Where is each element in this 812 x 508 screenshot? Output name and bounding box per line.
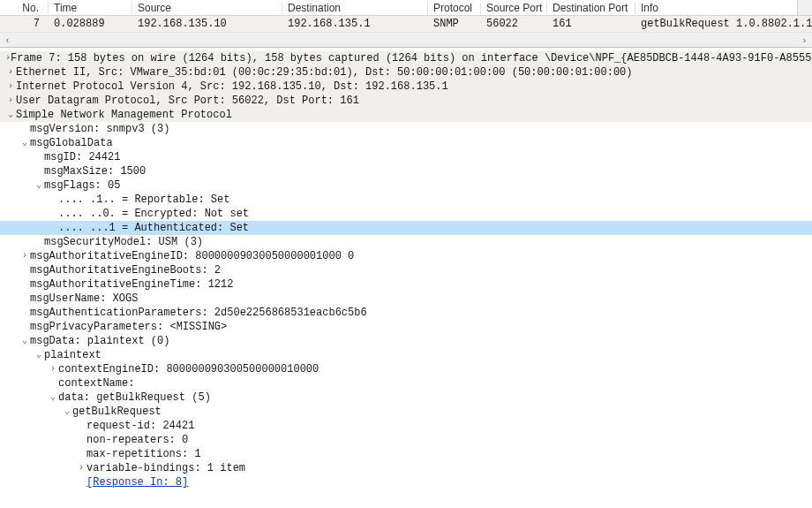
tree-label: getBulkRequest bbox=[72, 405, 162, 419]
tree-row-ip[interactable]: › Internet Protocol Version 4, Src: 192.… bbox=[0, 80, 812, 94]
tree-row-privparams[interactable]: msgPrivacyParameters: <MISSING> bbox=[0, 320, 812, 334]
tree-label: msgFlags: 05 bbox=[44, 178, 120, 193]
tree-label: plaintext bbox=[44, 348, 102, 362]
tree-label: msgMaxSize: 1500 bbox=[44, 164, 146, 178]
col-header-info[interactable]: Info bbox=[635, 2, 812, 14]
tree-label: User Datagram Protocol, Src Port: 56022,… bbox=[16, 94, 359, 108]
chevron-right-icon[interactable]: › bbox=[5, 80, 16, 94]
tree-label: .... ..0. = Encrypted: Not set bbox=[58, 207, 249, 221]
col-header-source-port[interactable]: Source Port bbox=[481, 2, 547, 14]
tree-row-msgsecmodel[interactable]: msgSecurityModel: USM (3) bbox=[0, 235, 812, 249]
tree-label: Ethernet II, Src: VMware_35:bd:01 (00:0c… bbox=[16, 65, 633, 80]
tree-label: Simple Network Management Protocol bbox=[16, 108, 232, 122]
tree-label: max-repetitions: 1 bbox=[86, 447, 201, 461]
tree-row-response-in[interactable]: [Response In: 8] bbox=[0, 475, 812, 489]
col-header-destination[interactable]: Destination bbox=[282, 2, 428, 14]
tree-label: msgAuthenticationParameters: 2d50e225686… bbox=[30, 306, 367, 320]
tree-row-authengid[interactable]: › msgAuthoritativeEngineID: 800000090300… bbox=[0, 249, 812, 263]
tree-row-msgmaxsize[interactable]: msgMaxSize: 1500 bbox=[0, 164, 812, 178]
tree-label: .... ...1 = Authenticated: Set bbox=[58, 221, 249, 235]
col-header-no[interactable]: No. bbox=[0, 2, 49, 14]
tree-row-authengboots[interactable]: msgAuthoritativeEngineBoots: 2 bbox=[0, 263, 812, 277]
tree-label: msgPrivacyParameters: <MISSING> bbox=[30, 320, 227, 334]
tree-label: data: getBulkRequest (5) bbox=[58, 390, 211, 405]
tree-row-maxrep[interactable]: max-repetitions: 1 bbox=[0, 447, 812, 461]
tree-row-msgversion[interactable]: msgVersion: snmpv3 (3) bbox=[0, 122, 812, 136]
chevron-down-icon[interactable]: ⌄ bbox=[48, 390, 58, 405]
tree-row-msgdata[interactable]: ⌄ msgData: plaintext (0) bbox=[0, 334, 812, 348]
chevron-right-icon[interactable]: › bbox=[76, 461, 86, 475]
tree-label: msgAuthoritativeEngineTime: 1212 bbox=[30, 277, 233, 292]
scroll-left-icon[interactable]: ‹ bbox=[0, 33, 15, 48]
tree-label: non-repeaters: 0 bbox=[86, 433, 188, 447]
tree-row-authparams[interactable]: msgAuthenticationParameters: 2d50e225686… bbox=[0, 306, 812, 320]
tree-label: .... .1.. = Reportable: Set bbox=[58, 193, 229, 207]
tree-label: msgGlobalData bbox=[30, 136, 113, 150]
tree-row-flag-authenticated[interactable]: .... ...1 = Authenticated: Set bbox=[0, 221, 812, 235]
tree-row-ctxname[interactable]: contextName: bbox=[0, 376, 812, 390]
col-header-source[interactable]: Source bbox=[132, 2, 282, 14]
tree-row-msgid[interactable]: msgID: 24421 bbox=[0, 150, 812, 164]
tree-label: variable-bindings: 1 item bbox=[86, 461, 245, 475]
cell-info: getBulkRequest 1.0.8802.1.1.2.1.3.1. bbox=[635, 18, 812, 30]
packet-row[interactable]: 7 0.028889 192.168.135.10 192.168.135.1 … bbox=[0, 16, 812, 32]
col-header-dest-port[interactable]: Destination Port bbox=[547, 2, 635, 14]
response-in-link[interactable]: [Response In: 8] bbox=[86, 475, 188, 489]
cell-destination: 192.168.135.1 bbox=[282, 18, 428, 30]
tree-label: contextName: bbox=[58, 376, 134, 390]
packet-list-header: No. Time Source Destination Protocol Sou… bbox=[0, 0, 812, 16]
chevron-down-icon[interactable]: ⌄ bbox=[34, 178, 44, 193]
chevron-down-icon[interactable]: ⌄ bbox=[19, 136, 30, 150]
tree-row-udp[interactable]: › User Datagram Protocol, Src Port: 5602… bbox=[0, 94, 812, 108]
chevron-down-icon[interactable]: ⌄ bbox=[5, 108, 16, 122]
tree-row-varbind[interactable]: › variable-bindings: 1 item bbox=[0, 461, 812, 475]
chevron-right-icon[interactable]: › bbox=[5, 94, 16, 108]
tree-row-nonrep[interactable]: non-repeaters: 0 bbox=[0, 433, 812, 447]
tree-row-plaintext[interactable]: ⌄ plaintext bbox=[0, 348, 812, 362]
chevron-right-icon[interactable]: › bbox=[48, 362, 58, 376]
tree-row-authengtime[interactable]: msgAuthoritativeEngineTime: 1212 bbox=[0, 277, 812, 292]
tree-row-reqid[interactable]: request-id: 24421 bbox=[0, 419, 812, 433]
tree-label: msgSecurityModel: USM (3) bbox=[44, 235, 203, 249]
tree-row-snmp[interactable]: ⌄ Simple Network Management Protocol bbox=[0, 108, 812, 122]
col-header-protocol[interactable]: Protocol bbox=[428, 2, 481, 14]
tree-label: contextEngineID: 80000009030050000001000… bbox=[58, 362, 319, 376]
tree-row-frame[interactable]: › Frame 7: 158 bytes on wire (1264 bits)… bbox=[0, 51, 812, 65]
chevron-down-icon[interactable]: ⌄ bbox=[34, 348, 44, 362]
cell-protocol: SNMP bbox=[428, 18, 481, 30]
tree-label: msgVersion: snmpv3 (3) bbox=[30, 122, 169, 136]
tree-label: Frame 7: 158 bytes on wire (1264 bits), … bbox=[11, 51, 812, 65]
vscroll-placeholder-icon bbox=[797, 0, 812, 15]
tree-row-msgglobaldata[interactable]: ⌄ msgGlobalData bbox=[0, 136, 812, 150]
scroll-right-icon[interactable]: › bbox=[797, 33, 812, 48]
chevron-right-icon[interactable]: › bbox=[5, 65, 16, 80]
tree-label: msgID: 24421 bbox=[44, 150, 120, 164]
tree-row-data[interactable]: ⌄ data: getBulkRequest (5) bbox=[0, 390, 812, 405]
tree-row-msgflags[interactable]: ⌄ msgFlags: 05 bbox=[0, 178, 812, 193]
tree-label: msgUserName: XOGS bbox=[30, 292, 138, 306]
tree-row-ethernet[interactable]: › Ethernet II, Src: VMware_35:bd:01 (00:… bbox=[0, 65, 812, 80]
cell-source: 192.168.135.10 bbox=[132, 18, 282, 30]
col-header-time[interactable]: Time bbox=[49, 2, 132, 14]
tree-label: msgAuthoritativeEngineBoots: 2 bbox=[30, 263, 221, 277]
tree-label: msgAuthoritativeEngineID: 80000009030050… bbox=[30, 249, 354, 263]
tree-row-flag-encrypted[interactable]: .... ..0. = Encrypted: Not set bbox=[0, 207, 812, 221]
tree-label: msgData: plaintext (0) bbox=[30, 334, 169, 348]
chevron-down-icon[interactable]: ⌄ bbox=[19, 334, 30, 348]
chevron-down-icon[interactable]: ⌄ bbox=[62, 405, 72, 419]
tree-row-getbulk[interactable]: ⌄ getBulkRequest bbox=[0, 405, 812, 419]
chevron-right-icon[interactable]: › bbox=[19, 249, 30, 263]
tree-row-ctxengid[interactable]: › contextEngineID: 800000090300500000010… bbox=[0, 362, 812, 376]
cell-time: 0.028889 bbox=[49, 18, 132, 30]
tree-label: request-id: 24421 bbox=[86, 419, 194, 433]
cell-dest-port: 161 bbox=[547, 18, 635, 30]
packet-list-hscrollbar[interactable]: ‹ › bbox=[0, 32, 812, 47]
packet-list: No. Time Source Destination Protocol Sou… bbox=[0, 0, 812, 48]
cell-source-port: 56022 bbox=[481, 18, 547, 30]
tree-row-flag-reportable[interactable]: .... .1.. = Reportable: Set bbox=[0, 193, 812, 207]
tree-row-username[interactable]: msgUserName: XOGS bbox=[0, 292, 812, 306]
tree-label: Internet Protocol Version 4, Src: 192.16… bbox=[16, 80, 448, 94]
cell-no: 7 bbox=[0, 18, 49, 30]
packet-details-tree: › Frame 7: 158 bytes on wire (1264 bits)… bbox=[0, 48, 812, 497]
